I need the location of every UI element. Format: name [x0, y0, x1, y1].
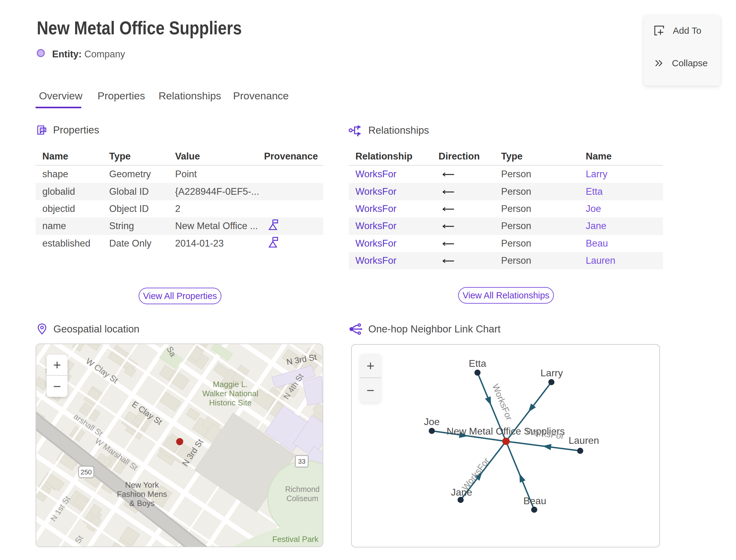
svg-text:WorksFor: WorksFor: [490, 382, 514, 422]
svg-text:250: 250: [81, 468, 92, 476]
svg-text:Festival Park: Festival Park: [272, 535, 319, 544]
svg-text:Walker National: Walker National: [202, 389, 259, 398]
svg-text:New York: New York: [125, 480, 159, 489]
svg-text:Fashion Mens: Fashion Mens: [117, 489, 167, 499]
svg-text:Coliseum: Coliseum: [286, 494, 318, 503]
svg-text:Historic Site: Historic Site: [209, 398, 252, 407]
svg-text:Joe: Joe: [424, 416, 440, 427]
svg-text:WorksFor: WorksFor: [460, 456, 491, 492]
svg-text:Etta: Etta: [469, 358, 486, 369]
svg-text:33: 33: [298, 458, 305, 465]
svg-text:Richmond: Richmond: [285, 485, 320, 493]
svg-text:Beau: Beau: [523, 495, 546, 506]
svg-text:Larry: Larry: [541, 367, 563, 378]
svg-text:& Boys: & Boys: [129, 499, 155, 508]
svg-text:Lauren: Lauren: [569, 435, 599, 446]
svg-text:Maggie L.: Maggie L.: [213, 380, 248, 389]
